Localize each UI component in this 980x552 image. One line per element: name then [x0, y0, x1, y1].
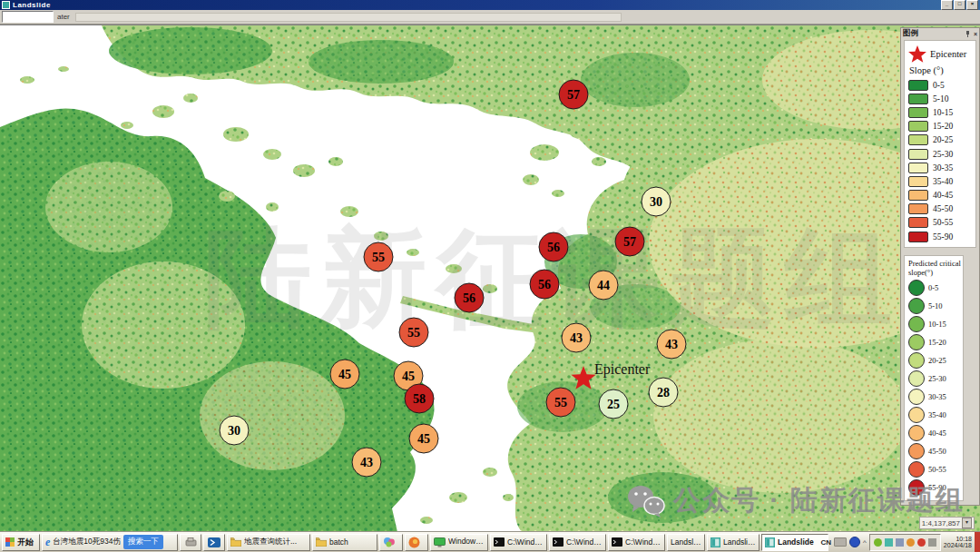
slope-marker[interactable]: 55	[364, 242, 394, 272]
critical-class-row: 0-5	[908, 279, 961, 297]
slope-swatch	[908, 217, 928, 228]
legend-close-icon[interactable]: ×	[974, 31, 977, 37]
cloud-app-icon	[383, 537, 396, 547]
taskbar-clock[interactable]: 10:18 2024/4/18	[944, 536, 972, 549]
slope-marker[interactable]: 55	[546, 388, 576, 418]
device-icon	[185, 537, 197, 547]
legend-title: 图例	[903, 28, 918, 39]
expand-tray-icon[interactable]: ^	[863, 538, 867, 547]
slope-marker[interactable]: 43	[352, 448, 382, 478]
slope-class-row: 25-30	[908, 147, 974, 161]
critical-class-row: 30-35	[908, 388, 961, 406]
critical-class-label: 20-25	[928, 356, 946, 365]
flag-icon[interactable]	[896, 538, 904, 547]
critical-class-label: 55-90	[928, 483, 946, 492]
slope-marker[interactable]: 57	[559, 80, 589, 110]
critical-swatch	[908, 479, 925, 496]
printer-icon[interactable]	[834, 537, 847, 547]
taskbar-button-landslide[interactable]: Landslide	[667, 534, 705, 551]
legend-header[interactable]: 图例 ×	[901, 28, 979, 39]
epicenter-legend-row: Epicenter	[908, 45, 974, 63]
taskbar-button-app[interactable]	[379, 534, 403, 551]
critical-class-row: 35-40	[908, 406, 961, 424]
slope-class-row: 30-35	[908, 161, 974, 174]
taskbar-button-landslide[interactable]: Landslide	[761, 534, 828, 551]
news-ticker[interactable]: e 台湾地震10死934伤 搜索一下	[42, 534, 178, 551]
critical-class-row: 20-25	[908, 351, 961, 370]
ie-icon: e	[45, 536, 50, 549]
maximize-button[interactable]: □	[954, 0, 965, 10]
slope-marker[interactable]: 58	[405, 384, 435, 414]
slope-marker[interactable]: 25	[599, 389, 629, 419]
slope-marker[interactable]: 57	[615, 227, 645, 257]
slope-marker[interactable]: 30	[642, 187, 671, 217]
clock-time: 10:18	[956, 536, 972, 542]
slope-marker[interactable]: 30	[220, 416, 250, 446]
gray-app-icon[interactable]	[928, 538, 936, 547]
device-launcher[interactable]	[180, 534, 201, 551]
taskbar-button-landslide[interactable]: Landslide	[707, 534, 760, 551]
slope-swatch	[908, 149, 928, 160]
terrain-map	[0, 25, 980, 532]
powershell-launcher[interactable]	[203, 534, 225, 551]
taskbar-button-c-windows-[interactable]: C:\Windows...	[608, 534, 665, 551]
taskbar-edge-strip	[975, 532, 980, 552]
slope-marker[interactable]: 56	[455, 283, 485, 313]
ime-indicator[interactable]: CN	[821, 538, 832, 547]
scale-control[interactable]: 1:4,137,857 ▾	[919, 517, 975, 529]
map-canvas[interactable]: 陆新征课题组 573055565756445655434345455828552…	[0, 25, 980, 532]
taskbar-button-batch[interactable]: batch	[312, 534, 377, 551]
app-icon-wrap	[765, 537, 775, 547]
slope-class-label: 5-10	[933, 94, 948, 104]
pin-icon[interactable]	[965, 31, 971, 37]
taskbar-button-windows-[interactable]: Windows 任...	[430, 534, 488, 551]
epicenter-star-icon[interactable]	[571, 366, 596, 389]
slope-marker[interactable]: 44	[589, 271, 619, 301]
slope-marker[interactable]: 45	[409, 424, 439, 454]
red-app-icon[interactable]	[917, 538, 926, 547]
search-button[interactable]: 搜索一下	[123, 535, 163, 549]
taskbar-button--[interactable]: 地震查询统计...	[227, 534, 310, 551]
slope-swatch	[908, 203, 928, 214]
slope-class-label: 15-20	[933, 122, 953, 131]
taskbar-button-c-windows-[interactable]: C:\Windows...	[490, 534, 547, 551]
slope-marker[interactable]: 45	[330, 360, 360, 389]
slope-marker[interactable]: 28	[649, 378, 679, 408]
teal-app-icon[interactable]	[885, 538, 893, 547]
cmd-icon	[612, 537, 622, 547]
scale-dropdown-icon[interactable]: ▾	[962, 518, 972, 528]
slope-marker[interactable]: 56	[539, 232, 569, 262]
slope-class-label: 40-45	[933, 191, 953, 200]
minimize-button[interactable]: _	[941, 0, 953, 10]
critical-class-list: 0-55-1010-1515-2020-2525-3030-3535-4040-…	[908, 279, 961, 497]
windows-logo-icon	[5, 537, 15, 547]
cmd-icon-wrap	[494, 537, 505, 547]
slope-marker[interactable]: 43	[657, 330, 687, 360]
taskbar-button-label: C:\Windows...	[507, 537, 544, 547]
close-button[interactable]: ×	[966, 0, 978, 10]
slope-marker[interactable]: 56	[530, 270, 560, 300]
landslide-app-icon	[710, 537, 720, 547]
task-button-group: 地震查询统计...batchWindows 任...C:\Windows...C…	[227, 534, 819, 551]
slope-marker[interactable]: 55	[399, 318, 429, 348]
network-icon[interactable]	[849, 537, 860, 547]
app-window: Landslide _ □ × ater	[0, 0, 980, 552]
taskbar-button-app[interactable]	[405, 534, 428, 551]
slope-swatch	[908, 232, 928, 242]
monitor-icon-wrap	[434, 537, 446, 547]
slope-marker[interactable]: 43	[562, 323, 592, 353]
slope-class-label: 0-5	[933, 81, 945, 90]
taskbar-button-c-windows-[interactable]: C:\Windows...	[549, 534, 606, 551]
green-app-icon[interactable]	[874, 538, 882, 547]
slope-class-row: 20-25	[908, 133, 974, 147]
critical-slope-legend-panel: Predicted critical slope(°) 0-55-1010-15…	[904, 255, 964, 501]
taskbar-button-label: Landslide	[778, 537, 814, 547]
orange-app-icon[interactable]	[906, 538, 915, 547]
layer-combobox[interactable]	[2, 11, 54, 23]
clock-date: 2024/4/18	[944, 542, 972, 548]
critical-class-label: 5-10	[928, 301, 943, 310]
slope-class-label: 30-35	[933, 163, 953, 172]
taskbar-button-label: 地震查询统计...	[244, 537, 297, 547]
cloud-icon-wrap	[383, 537, 396, 547]
start-button[interactable]: 开始	[2, 534, 40, 551]
